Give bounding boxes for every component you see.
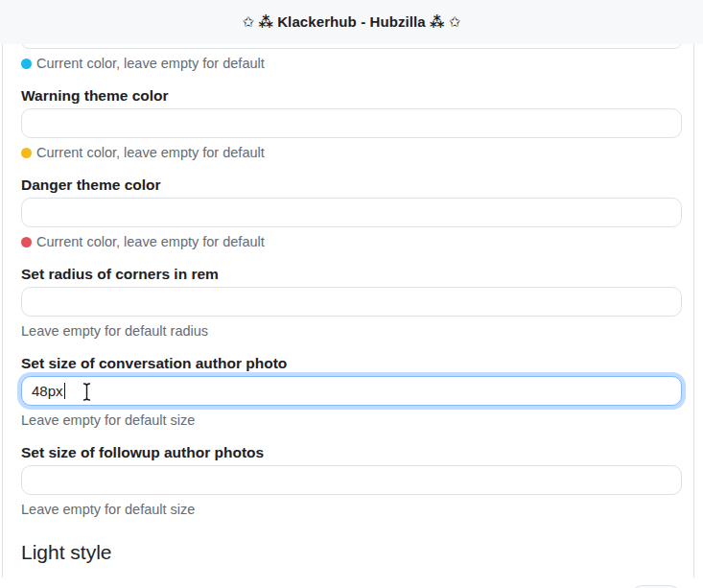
form-group-conversation-photo-size: Set size of conversation author photo 48… (21, 353, 682, 430)
field-help-text: Current color, leave empty for default (36, 232, 265, 251)
page-title: ✩ ⁂ Klackerhub - Hubzilla ⁂ ✩ (243, 13, 461, 31)
field-help-text: Current color, leave empty for default (36, 143, 265, 162)
field-help: Leave empty for default size (21, 500, 682, 519)
field-label: Set size of followup author photos (21, 442, 682, 462)
field-help: Leave empty for default size (21, 411, 682, 430)
ibeam-cursor-icon (81, 382, 93, 402)
conversation-photo-size-input[interactable]: 48px (21, 376, 682, 406)
field-help: Current color, leave empty for default (21, 143, 682, 162)
info-color-dot (21, 59, 32, 69)
form-group-danger-color: Danger theme color Current color, leave … (21, 175, 682, 251)
field-help-text: Leave empty for default size (21, 500, 195, 519)
field-label: Set size of conversation author photo (21, 353, 682, 373)
form-group-warning-color: Warning theme color Current color, leave… (21, 85, 682, 162)
danger-theme-color-input[interactable] (21, 198, 682, 227)
followup-photo-size-input[interactable] (21, 465, 682, 495)
settings-panel: Current color, leave empty for default W… (2, 34, 694, 577)
field-label: Set radius of corners in rem (21, 264, 682, 284)
field-help: Leave empty for default radius (21, 321, 682, 341)
text-caret (64, 383, 66, 399)
input-value: 48px (32, 383, 63, 399)
field-help-text: Leave empty for default radius (21, 321, 208, 341)
field-label: Warning theme color (21, 85, 682, 106)
field-help: Current color, leave empty for default (21, 232, 682, 251)
titlebar: ✩ ⁂ Klackerhub - Hubzilla ⁂ ✩ (0, 0, 703, 44)
field-help-text: Current color, leave empty for default (36, 54, 265, 73)
corner-radius-input[interactable] (21, 287, 682, 317)
section-heading-light-style: Light style (21, 540, 682, 565)
warning-theme-color-input[interactable] (21, 108, 682, 138)
field-label: Danger theme color (21, 175, 682, 195)
form-group-corner-radius: Set radius of corners in rem Leave empty… (21, 264, 682, 341)
danger-color-dot (21, 237, 32, 247)
field-help: Current color, leave empty for default (21, 54, 682, 73)
field-help-text: Leave empty for default size (21, 411, 195, 430)
warning-color-dot (21, 148, 32, 158)
form-group-followup-photo-size: Set size of followup author photos Leave… (21, 442, 682, 519)
